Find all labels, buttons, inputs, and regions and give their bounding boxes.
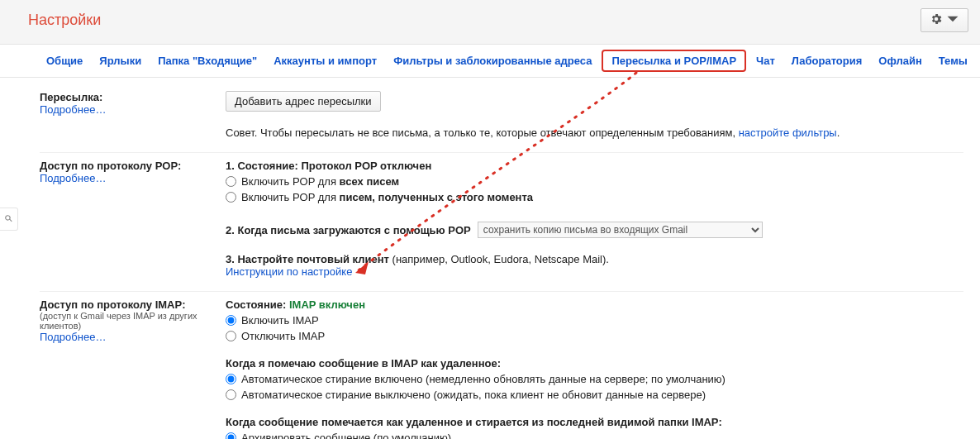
add-forward-address-button[interactable]: Добавить адрес пересылки — [226, 91, 381, 112]
search-icon — [3, 214, 14, 227]
imap-expunge-on-radio[interactable] — [226, 374, 236, 384]
imap-disable-label: Отключить IMAP — [241, 330, 325, 342]
imap-lf-archive-radio[interactable] — [226, 432, 236, 439]
imap-lastfolder-heading: Когда сообщение помечается как удаленное… — [226, 416, 963, 428]
pop-more-link[interactable]: Подробнее… — [40, 172, 106, 184]
pop-enable-new-radio[interactable] — [226, 192, 236, 203]
forwarding-more-link[interactable]: Подробнее… — [40, 103, 106, 116]
configure-filters-link[interactable]: настройте фильтры — [739, 126, 837, 139]
tab-1[interactable]: Ярлыки — [93, 51, 148, 70]
imap-status-value: IMAP включен — [289, 298, 365, 311]
imap-heading: Доступ по протоколу IMAP: — [40, 298, 217, 311]
tab-4[interactable]: Фильтры и заблокированные адреса — [387, 51, 598, 70]
pop-enable-all-bold: всех писем — [340, 175, 400, 188]
tab-9[interactable]: Темы — [932, 51, 974, 70]
tab-5[interactable]: Пересылка и POP/IMAP — [602, 50, 746, 72]
chevron-down-icon — [946, 12, 959, 28]
imap-enable-label: Включить IMAP — [241, 314, 319, 327]
page-title: Настройки — [28, 12, 101, 29]
pop-enable-new-bold: писем, полученных с этого момента — [340, 191, 533, 203]
imap-disable-radio[interactable] — [226, 331, 236, 341]
imap-more-link[interactable]: Подробнее… — [40, 331, 106, 343]
pop-enable-new-prefix: Включить POP для — [241, 191, 340, 203]
imap-expunge-on-label: Автоматическое стирание включено (немедл… — [241, 373, 725, 385]
imap-enable-radio[interactable] — [226, 315, 236, 326]
side-search-button[interactable] — [0, 208, 18, 231]
imap-status-label: Состояние: — [226, 298, 289, 311]
imap-expunge-off-radio[interactable] — [226, 389, 236, 400]
forward-tip-suffix: . — [837, 126, 840, 139]
pop-status-label: 1. Состояние: — [226, 160, 301, 172]
pop-client-paren: (например, Outlook, Eudora, Netscape Mai… — [389, 253, 609, 265]
imap-expunge-off-label: Автоматическое стирание выключено (ожида… — [241, 389, 706, 401]
settings-gear-button[interactable] — [921, 8, 968, 32]
pop-client-instructions-link[interactable]: Инструкции по настройке — [226, 265, 352, 278]
tab-7[interactable]: Лаборатория — [785, 51, 868, 70]
tab-8[interactable]: Офлайн — [872, 51, 929, 70]
tab-0[interactable]: Общие — [40, 51, 89, 70]
imap-expunge-heading: Когда я помечаю сообщение в IMAP как уда… — [226, 357, 963, 370]
pop-status-value: Протокол POP отключен — [301, 160, 431, 172]
pop-download-label: 2. Когда письма загружаются с помощью PO… — [226, 224, 471, 236]
tab-2[interactable]: Папка "Входящие" — [151, 51, 264, 70]
pop-download-select[interactable]: сохранить копию письма во входящих Gmail — [478, 222, 763, 238]
tab-3[interactable]: Аккаунты и импорт — [267, 51, 383, 70]
pop-enable-all-prefix: Включить POP для — [241, 175, 340, 188]
forward-tip-text: Совет. Чтобы пересылать не все письма, а… — [226, 126, 739, 139]
pop-enable-all-radio[interactable] — [226, 176, 236, 187]
forwarding-heading: Пересылка: — [40, 91, 217, 103]
pop-client-prefix: 3. Настройте почтовый клиент — [226, 253, 389, 265]
imap-lf-archive-label: Архивировать сообщение (по умолчанию) — [241, 432, 451, 439]
tab-6[interactable]: Чат — [749, 51, 782, 70]
imap-subtext: (доступ к Gmail через IMAP из других кли… — [40, 311, 217, 331]
pop-heading: Доступ по протоколу POP: — [40, 160, 217, 172]
gear-icon — [930, 12, 943, 28]
